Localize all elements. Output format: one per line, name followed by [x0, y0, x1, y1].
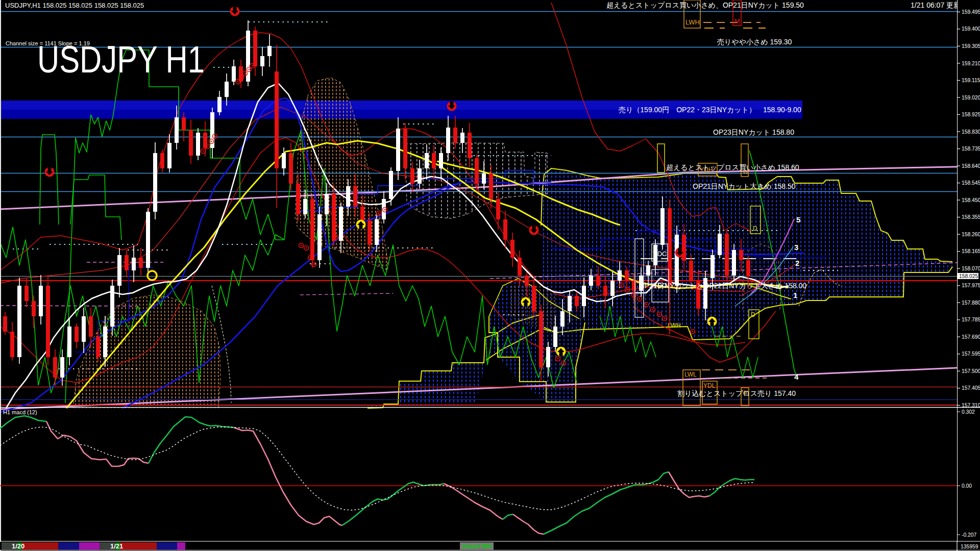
- svg-text:YDC: YDC: [653, 250, 667, 258]
- svg-text:USDJPY H1: USDJPY H1: [37, 38, 205, 81]
- svg-text:D: D: [753, 225, 757, 232]
- svg-text:1/21 06:07 更新: 1/21 06:07 更新: [911, 1, 961, 9]
- svg-text:159.115: 159.115: [962, 78, 980, 83]
- svg-text:157.880: 157.880: [962, 300, 980, 306]
- svg-text:158.165: 158.165: [962, 248, 980, 254]
- svg-text:割り込むとストップロス売り 157.40: 割り込むとストップロス売り 157.40: [677, 389, 796, 397]
- svg-text:USDJPY,H1 158.025 158.025 158: USDJPY,H1 158.025 158.025 158.025 158.02…: [5, 2, 144, 9]
- svg-text:0.302: 0.302: [962, 409, 975, 415]
- svg-text:158.260: 158.260: [962, 232, 980, 237]
- svg-text:OP21日NYカットとOP22日NYカット大きめ 158.0: OP21日NYカットとOP22日NYカット大きめ 158.00: [639, 282, 806, 290]
- svg-text:158.355: 158.355: [962, 214, 980, 220]
- svg-text:OP21日NYカット大きめ 158.50: OP21日NYカット大きめ 158.50: [693, 182, 796, 190]
- svg-text:158.545: 158.545: [962, 180, 980, 186]
- svg-text:売り（159.00円 OP22・23日NYカット） 158.: 売り（159.00円 OP22・23日NYカット） 158.90-9.00: [619, 106, 801, 114]
- svg-text:159.400: 159.400: [962, 26, 980, 32]
- svg-text:157.595: 157.595: [962, 351, 980, 357]
- svg-text:159.020: 159.020: [962, 95, 980, 101]
- svg-text:YDL: YDL: [703, 382, 716, 389]
- svg-text:5: 5: [796, 215, 800, 224]
- svg-text:超えるとストップロス買い小さめ、OP21日NYカット 159: 超えるとストップロス買い小さめ、OP21日NYカット 159.50: [606, 1, 804, 9]
- svg-text:4: 4: [794, 372, 799, 381]
- svg-text:超えるとストップロス買い小さめ 158.60: 超えるとストップロス買い小さめ 158.60: [666, 163, 799, 171]
- svg-text:158.070: 158.070: [962, 266, 980, 271]
- svg-text:159.210: 159.210: [962, 61, 980, 66]
- svg-text:D: D: [751, 311, 755, 318]
- svg-text:3: 3: [794, 243, 798, 252]
- svg-text:M: M: [734, 17, 740, 25]
- svg-text:0.00: 0.00: [962, 483, 972, 489]
- svg-text:158.830: 158.830: [962, 129, 980, 135]
- svg-text:157.975: 157.975: [962, 283, 980, 288]
- svg-text:LWH: LWH: [685, 18, 700, 26]
- svg-text:-0.207: -0.207: [962, 532, 976, 538]
- svg-text:157.405: 157.405: [962, 385, 980, 391]
- svg-text:OP23日NYカット 158.80: OP23日NYカット 158.80: [713, 128, 794, 136]
- svg-text:売りやや小さめ 159.30: 売りやや小さめ 159.30: [717, 38, 792, 46]
- svg-text:1/21: 1/21: [110, 542, 123, 550]
- svg-text:LWH: LWH: [668, 322, 681, 329]
- svg-text:macd ON: macd ON: [462, 542, 491, 550]
- svg-text:159.305: 159.305: [962, 43, 980, 49]
- svg-text:158.925: 158.925: [962, 112, 980, 117]
- svg-text:159.495: 159.495: [962, 9, 980, 15]
- svg-text:1/20: 1/20: [12, 542, 24, 550]
- svg-text:157.785: 157.785: [962, 317, 980, 322]
- svg-text:158.640: 158.640: [962, 163, 980, 169]
- svg-text:H1 macd (12): H1 macd (12): [3, 409, 37, 415]
- svg-text:158.735: 158.735: [962, 146, 980, 152]
- svg-text:157.500: 157.500: [962, 368, 980, 374]
- svg-text:157.690: 157.690: [962, 334, 980, 340]
- svg-text:135959: 135959: [961, 544, 978, 549]
- svg-text:158.025: 158.025: [959, 273, 978, 279]
- svg-text:1: 1: [793, 291, 797, 299]
- svg-text:LWL: LWL: [684, 371, 697, 378]
- svg-text:2: 2: [795, 259, 799, 267]
- svg-text:158.450: 158.450: [962, 197, 980, 203]
